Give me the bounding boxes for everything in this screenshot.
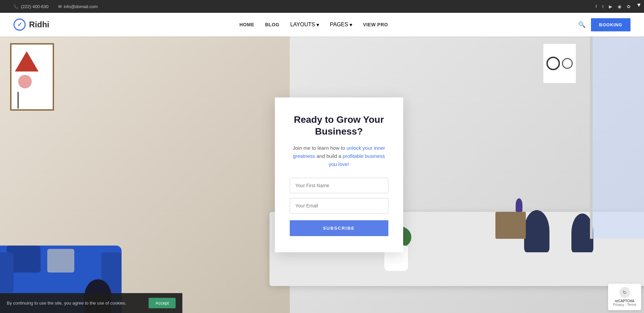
logo-text: Ridhi: [29, 20, 49, 29]
nav-home[interactable]: HOME: [239, 22, 254, 27]
nav-layouts[interactable]: LAYOUTS ▾: [290, 22, 319, 28]
social-pinterest[interactable]: ✿: [627, 4, 630, 9]
logo-icon: ✓: [14, 19, 26, 31]
email-input[interactable]: [290, 198, 388, 214]
social-youtube[interactable]: ▶: [609, 4, 612, 9]
modal-card: Ready to Grow Your Business? Join me to …: [275, 97, 403, 252]
social-facebook[interactable]: f: [596, 4, 597, 9]
modal-description: Join me to learn how to unlock your inne…: [290, 144, 388, 168]
email-address: info@domail.com: [64, 4, 98, 9]
logo-checkmark: ✓: [17, 21, 22, 28]
social-twitter[interactable]: t: [602, 4, 603, 9]
first-name-input[interactable]: [290, 178, 388, 193]
cookie-accept-button[interactable]: Accept: [149, 298, 176, 308]
modal-overlay: Ready to Grow Your Business? Join me to …: [0, 36, 644, 313]
layouts-chevron-icon: ▾: [316, 22, 319, 28]
header: ✓ Ridhi HOME BLOG LAYOUTS ▾ PAGES ▾ VIEW…: [0, 13, 644, 36]
topbar-social: f t ▶ ◉ ✿: [596, 4, 630, 9]
email-icon: ✉: [58, 4, 62, 9]
gdpr-line1: reCAPTCHA: [613, 299, 636, 303]
phone-info: 📞 (222) 400-630: [14, 4, 49, 9]
recaptcha-icon: ↻: [619, 287, 630, 298]
subscribe-button[interactable]: SUBSCRIBE: [290, 220, 388, 236]
main-nav: HOME BLOG LAYOUTS ▾ PAGES ▾ VIEW PRO: [239, 22, 388, 28]
social-instagram[interactable]: ◉: [618, 4, 621, 9]
email-info: ✉ info@domail.com: [58, 4, 98, 9]
gdpr-line2: Privacy - Terms: [613, 303, 636, 307]
logo[interactable]: ✓ Ridhi: [14, 19, 49, 31]
booking-button[interactable]: BOOKING: [591, 18, 630, 31]
phone-number: (222) 400-630: [21, 4, 49, 9]
pages-chevron-icon: ▾: [350, 22, 352, 28]
modal-title: Ready to Grow Your Business?: [290, 114, 388, 137]
hero-section: Ready to Grow Your Business? Join me to …: [0, 36, 644, 313]
topbar: 📞 (222) 400-630 ✉ info@domail.com f t ▶ …: [0, 0, 644, 13]
phone-icon: 📞: [14, 4, 19, 9]
topbar-left: 📞 (222) 400-630 ✉ info@domail.com: [14, 4, 98, 9]
nav-blog[interactable]: BLOG: [265, 22, 279, 27]
search-button[interactable]: 🔍: [578, 21, 586, 28]
cookie-message: By continuing to use the site, you agree…: [7, 301, 126, 306]
nav-pages[interactable]: PAGES ▾: [330, 22, 352, 28]
nav-view-pro[interactable]: VIEW PRO: [363, 22, 388, 27]
gdpr-badge: ↻ reCAPTCHA Privacy - Terms: [608, 283, 641, 310]
cookie-bar: By continuing to use the site, you agree…: [0, 293, 182, 313]
minimize-button[interactable]: ▼: [634, 0, 644, 10]
nav-actions: 🔍 BOOKING: [578, 18, 630, 31]
